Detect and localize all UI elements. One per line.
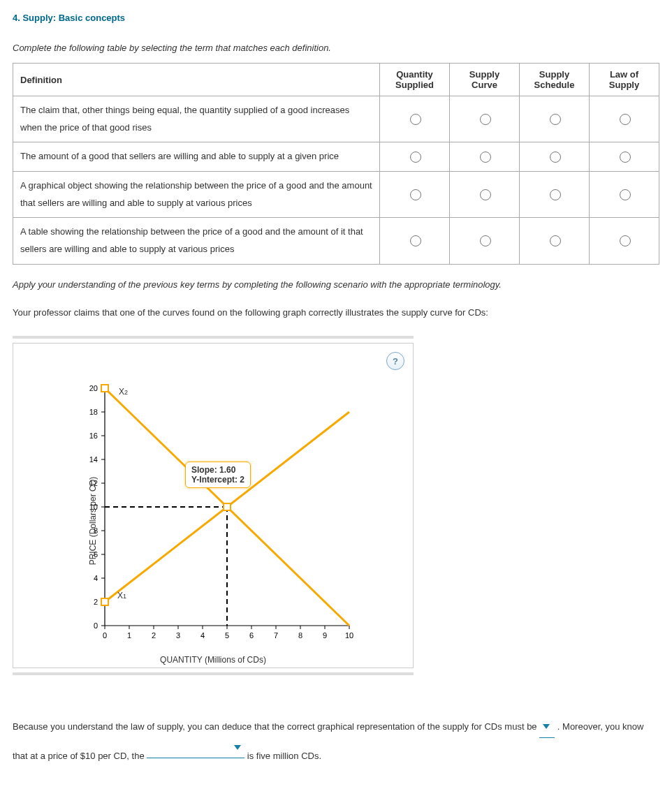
- svg-text:14: 14: [89, 455, 98, 464]
- radio-option[interactable]: [620, 235, 631, 246]
- definition-text: A table showing the relationship between…: [13, 218, 380, 264]
- svg-rect-52: [101, 385, 108, 392]
- series-label-x2: X2: [119, 387, 128, 397]
- svg-rect-50: [224, 503, 231, 510]
- radio-option[interactable]: [410, 189, 421, 200]
- svg-text:2: 2: [152, 631, 156, 640]
- radio-option[interactable]: [550, 189, 561, 200]
- svg-text:4: 4: [200, 631, 205, 640]
- svg-text:20: 20: [89, 384, 98, 392]
- definition-text: A graphical object showing the relations…: [13, 172, 380, 218]
- tooltip-slope: Slope: 1.60: [191, 465, 235, 475]
- radio-option[interactable]: [620, 114, 631, 125]
- radio-option[interactable]: [620, 152, 631, 163]
- y-axis-label: PRICE (Dollars per CD): [88, 477, 98, 566]
- col-definition: Definition: [13, 64, 380, 96]
- svg-text:0: 0: [103, 631, 107, 640]
- dropdown-icon: [233, 738, 242, 758]
- radio-option[interactable]: [480, 114, 491, 125]
- col-opt-0: Quantity Supplied: [380, 64, 450, 96]
- definition-text: The claim that, other things being equal…: [13, 96, 380, 142]
- radio-option[interactable]: [620, 189, 631, 200]
- radio-option[interactable]: [480, 152, 491, 163]
- page-title: 4. Supply: Basic concepts: [13, 13, 659, 23]
- radio-option[interactable]: [480, 189, 491, 200]
- dropdown-term[interactable]: [147, 738, 244, 759]
- radio-option[interactable]: [480, 235, 491, 246]
- col-opt-3: Law of Supply: [590, 64, 659, 96]
- svg-text:8: 8: [298, 631, 302, 640]
- svg-rect-51: [101, 598, 108, 605]
- tooltip-yint: Y-Intercept: 2: [191, 475, 244, 485]
- scenario-text: Your professor claims that one of the cu…: [13, 305, 659, 320]
- radio-option[interactable]: [410, 152, 421, 163]
- radio-option[interactable]: [550, 235, 561, 246]
- table-instruction: Complete the following table by selectin…: [13, 43, 659, 53]
- svg-marker-53: [543, 724, 550, 729]
- definition-text: The amount of a good that sellers are wi…: [13, 142, 380, 172]
- svg-text:10: 10: [345, 631, 353, 640]
- svg-text:18: 18: [89, 408, 98, 416]
- definition-table: Definition Quantity Supplied Supply Curv…: [13, 63, 659, 265]
- svg-text:6: 6: [249, 631, 254, 640]
- supply-chart[interactable]: 01234567891002468101214161820: [63, 381, 363, 661]
- closing-text-3: is five million CDs.: [247, 750, 321, 760]
- closing-paragraph: Because you understand the law of supply…: [13, 717, 659, 766]
- svg-text:4: 4: [94, 574, 98, 582]
- graph-help-button[interactable]: ?: [386, 352, 404, 370]
- svg-text:0: 0: [94, 621, 98, 630]
- dropdown-curve[interactable]: [539, 717, 555, 738]
- radio-option[interactable]: [550, 114, 561, 125]
- svg-text:7: 7: [274, 631, 278, 640]
- dropdown-icon: [542, 717, 550, 737]
- x-axis-label: QUANTITY (Millions of CDs): [63, 655, 363, 665]
- graph-panel: ? PRICE (Dollars per CD) 012345678910024…: [13, 343, 414, 668]
- svg-text:9: 9: [323, 631, 327, 640]
- radio-option[interactable]: [410, 114, 421, 125]
- closing-text-1: Because you understand the law of supply…: [13, 721, 539, 732]
- scenario-instruction: Apply your understanding of the previous…: [13, 277, 659, 293]
- line-tooltip: Slope: 1.60 Y-Intercept: 2: [185, 462, 251, 488]
- col-opt-2: Supply Schedule: [520, 64, 590, 96]
- radio-option[interactable]: [410, 235, 421, 246]
- svg-text:1: 1: [127, 631, 131, 640]
- radio-option[interactable]: [550, 152, 561, 163]
- svg-text:3: 3: [176, 631, 180, 640]
- svg-text:2: 2: [94, 598, 98, 606]
- col-opt-1: Supply Curve: [450, 64, 520, 96]
- series-label-x1: X1: [117, 591, 126, 600]
- svg-text:5: 5: [225, 631, 229, 640]
- svg-marker-54: [234, 745, 241, 750]
- svg-text:16: 16: [89, 432, 98, 440]
